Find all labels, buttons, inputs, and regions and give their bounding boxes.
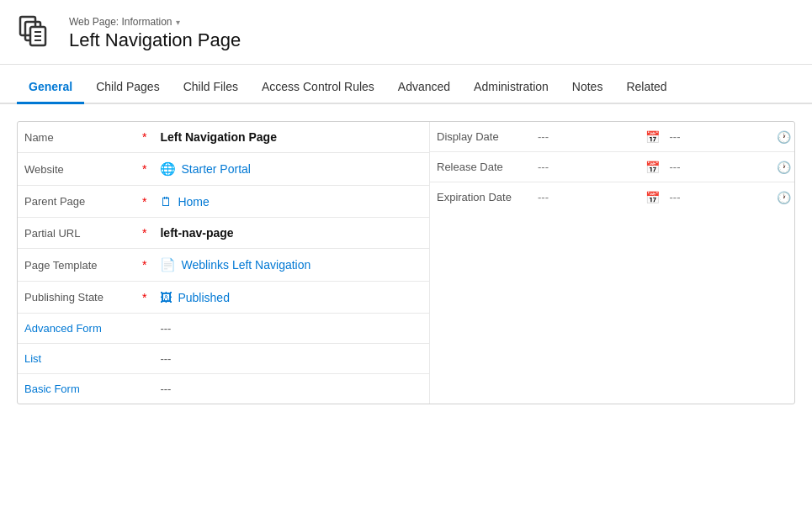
- parent-page-row: Parent Page * 🗒 Home: [18, 186, 429, 218]
- parent-page-label: Parent Page: [18, 186, 135, 218]
- basic-form-label[interactable]: Basic Form: [18, 374, 135, 404]
- partial-url-label: Partial URL: [18, 218, 135, 249]
- name-value: Left Navigation Page: [153, 122, 429, 153]
- page-template-label: Page Template: [18, 249, 135, 282]
- display-date-clock-icon[interactable]: 🕐: [773, 122, 794, 152]
- website-link[interactable]: 🌐 Starter Portal: [160, 161, 422, 177]
- advanced-form-value: ---: [153, 314, 429, 344]
- form-section: Name * Left Navigation Page Website *: [17, 121, 795, 404]
- form-table-right: Display Date --- 📅 --- 🕐 Release: [430, 122, 794, 212]
- tab-bar: General Child Pages Child Files Access C…: [0, 71, 812, 104]
- publishing-state-link[interactable]: 🖼 Published: [160, 290, 422, 304]
- tab-administration[interactable]: Administration: [462, 71, 560, 104]
- main-content: Name * Left Navigation Page Website *: [0, 104, 812, 414]
- publishing-state-required-star: *: [135, 282, 153, 314]
- basic-form-row: Basic Form ---: [18, 374, 429, 404]
- display-date-dash2: ---: [663, 122, 774, 152]
- page-title: Left Navigation Page: [69, 29, 241, 51]
- publishing-state-row: Publishing State * 🖼 Published: [18, 282, 429, 314]
- name-row: Name * Left Navigation Page: [18, 122, 429, 153]
- website-value: 🌐 Starter Portal: [153, 153, 429, 186]
- tab-access-control-rules[interactable]: Access Control Rules: [250, 71, 386, 104]
- tab-related[interactable]: Related: [614, 71, 678, 104]
- release-date-clock-icon[interactable]: 🕐: [773, 152, 794, 182]
- display-date-row: Display Date --- 📅 --- 🕐: [430, 122, 794, 152]
- expiration-date-label: Expiration Date: [430, 182, 531, 213]
- breadcrumb-dropdown-icon[interactable]: ▾: [176, 18, 180, 27]
- website-label: Website: [18, 153, 135, 186]
- tab-general[interactable]: General: [17, 71, 84, 104]
- form-two-column: Name * Left Navigation Page Website *: [18, 122, 794, 404]
- expiration-date-dash2: ---: [663, 182, 774, 213]
- breadcrumb-text: Web Page: Information: [69, 16, 172, 28]
- form-right-column: Display Date --- 📅 --- 🕐 Release: [430, 122, 794, 404]
- release-date-dash1: ---: [531, 152, 642, 182]
- parent-page-value: 🗒 Home: [153, 186, 429, 218]
- release-date-dash2: ---: [663, 152, 774, 182]
- globe-icon: 🌐: [160, 161, 176, 177]
- expiration-date-clock-icon[interactable]: 🕐: [773, 182, 794, 213]
- advanced-form-row: Advanced Form ---: [18, 314, 429, 344]
- partial-url-required-star: *: [135, 218, 153, 249]
- page-header: Web Page: Information ▾ Left Navigation …: [0, 0, 812, 65]
- form-table-left: Name * Left Navigation Page Website *: [18, 122, 429, 404]
- release-date-label: Release Date: [430, 152, 531, 182]
- page-template-row: Page Template * 📄 Weblinks Left Navigati…: [18, 249, 429, 282]
- expiration-date-calendar-icon[interactable]: 📅: [642, 182, 663, 213]
- page-template-value: 📄 Weblinks Left Navigation: [153, 249, 429, 282]
- expiration-date-row: Expiration Date --- 📅 --- 🕐: [430, 182, 794, 213]
- header-text-block: Web Page: Information ▾ Left Navigation …: [69, 16, 241, 51]
- list-label[interactable]: List: [18, 344, 135, 374]
- advanced-form-label[interactable]: Advanced Form: [18, 314, 135, 344]
- release-date-calendar-icon[interactable]: 📅: [642, 152, 663, 182]
- publishing-state-value: 🖼 Published: [153, 282, 429, 314]
- expiration-date-dash1: ---: [531, 182, 642, 213]
- parent-page-icon: 🗒: [160, 194, 172, 208]
- page-template-link[interactable]: 📄 Weblinks Left Navigation: [160, 257, 422, 272]
- display-date-dash1: ---: [531, 122, 642, 152]
- parent-page-link[interactable]: 🗒 Home: [160, 194, 422, 208]
- list-value: ---: [153, 344, 429, 374]
- page-template-icon: 📄: [160, 257, 176, 272]
- page-template-required-star: *: [135, 249, 153, 282]
- form-left-column: Name * Left Navigation Page Website *: [18, 122, 430, 404]
- name-label: Name: [18, 122, 135, 153]
- list-row: List ---: [18, 344, 429, 374]
- publishing-state-label: Publishing State: [18, 282, 135, 314]
- release-date-row: Release Date --- 📅 --- 🕐: [430, 152, 794, 182]
- tab-child-files[interactable]: Child Files: [172, 71, 250, 104]
- website-row: Website * 🌐 Starter Portal: [18, 153, 429, 186]
- app-icon: [17, 13, 57, 54]
- tab-notes[interactable]: Notes: [560, 71, 615, 104]
- breadcrumb: Web Page: Information ▾: [69, 16, 241, 28]
- partial-url-value: left-nav-page: [153, 218, 429, 249]
- partial-url-row: Partial URL * left-nav-page: [18, 218, 429, 249]
- basic-form-value: ---: [153, 374, 429, 404]
- tab-child-pages[interactable]: Child Pages: [84, 71, 172, 104]
- name-required-star: *: [135, 122, 153, 153]
- published-icon: 🖼: [160, 290, 172, 304]
- display-date-calendar-icon[interactable]: 📅: [642, 122, 663, 152]
- tab-advanced[interactable]: Advanced: [386, 71, 462, 104]
- website-required-star: *: [135, 153, 153, 186]
- display-date-label: Display Date: [430, 122, 531, 152]
- parent-page-required-star: *: [135, 186, 153, 218]
